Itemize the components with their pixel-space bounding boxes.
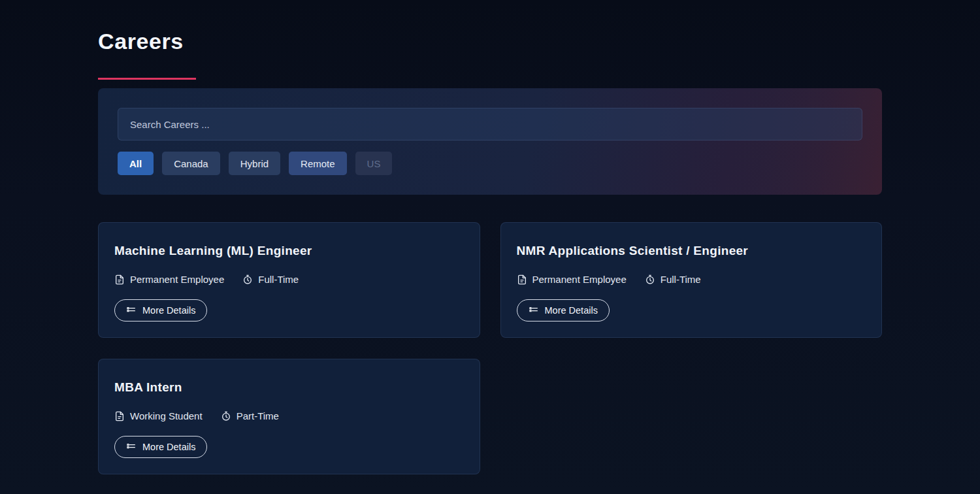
job-card: MBA Intern Working Student Part-Time <box>98 359 480 474</box>
work-schedule: Full-Time <box>645 274 701 285</box>
work-schedule-label: Full-Time <box>661 274 701 285</box>
stopwatch-icon <box>645 274 655 285</box>
location-filter-row: All Canada Hybrid Remote US <box>118 152 862 175</box>
contract-document-icon <box>114 274 125 285</box>
job-meta-row: Working Student Part-Time <box>114 410 464 421</box>
job-cards-grid: Machine Learning (ML) Engineer Permanent… <box>98 222 882 474</box>
title-accent-underline <box>98 78 196 80</box>
filter-hybrid-button[interactable]: Hybrid <box>229 152 280 175</box>
more-details-label: More Details <box>142 305 195 316</box>
page-title: Careers <box>98 29 882 54</box>
filter-all-button[interactable]: All <box>118 152 154 175</box>
job-title: Machine Learning (ML) Engineer <box>114 244 464 258</box>
more-details-label: More Details <box>142 442 195 452</box>
job-meta-row: Permanent Employee Full-Time <box>517 274 866 285</box>
employment-type-label: Permanent Employee <box>532 274 627 285</box>
details-list-icon <box>126 305 137 316</box>
more-details-button[interactable]: More Details <box>114 299 207 321</box>
employment-type-label: Working Student <box>130 410 203 421</box>
job-card: NMR Applications Scientist / Engineer Pe… <box>500 222 883 338</box>
employment-type: Working Student <box>114 410 203 421</box>
search-filter-panel: All Canada Hybrid Remote US <box>98 88 882 195</box>
filter-us-button[interactable]: US <box>355 152 393 175</box>
job-title: MBA Intern <box>114 380 464 395</box>
employment-type: Permanent Employee <box>517 274 627 285</box>
more-details-label: More Details <box>545 305 598 316</box>
stopwatch-icon <box>242 274 253 285</box>
job-title: NMR Applications Scientist / Engineer <box>517 244 866 258</box>
work-schedule-label: Full-Time <box>258 274 299 285</box>
work-schedule: Part-Time <box>221 410 279 421</box>
employment-type: Permanent Employee <box>114 274 224 285</box>
contract-document-icon <box>517 274 527 285</box>
careers-page: Careers All Canada Hybrid Remote US Mach… <box>98 0 882 474</box>
work-schedule-label: Part-Time <box>237 410 279 421</box>
job-card: Machine Learning (ML) Engineer Permanent… <box>98 222 480 338</box>
more-details-button[interactable]: More Details <box>114 436 207 458</box>
work-schedule: Full-Time <box>242 274 299 285</box>
more-details-button[interactable]: More Details <box>517 299 610 321</box>
contract-document-icon <box>114 411 125 421</box>
details-list-icon <box>529 305 539 316</box>
stopwatch-icon <box>221 411 231 421</box>
employment-type-label: Permanent Employee <box>130 274 224 285</box>
job-meta-row: Permanent Employee Full-Time <box>114 274 464 285</box>
filter-canada-button[interactable]: Canada <box>162 152 220 175</box>
search-input[interactable] <box>118 108 862 140</box>
filter-remote-button[interactable]: Remote <box>289 152 347 175</box>
details-list-icon <box>126 442 137 452</box>
